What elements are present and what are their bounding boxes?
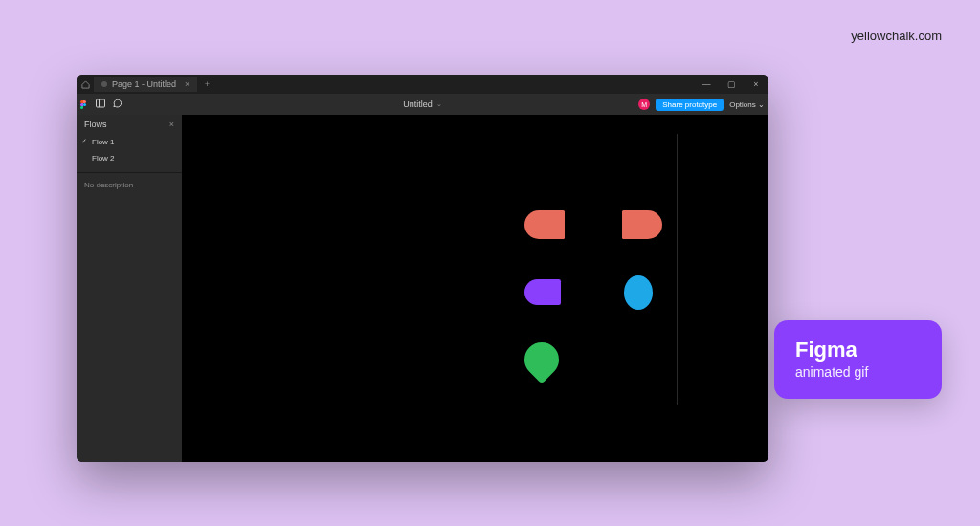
flow-item[interactable]: Flow 2 <box>77 150 182 166</box>
toolbar: Untitled ⌄ M Share prototype Options ⌄ <box>77 94 768 115</box>
figma-logo-icon[interactable] <box>80 100 88 109</box>
panel-title: Flows <box>84 120 107 129</box>
user-avatar[interactable]: M <box>638 99 650 110</box>
comments-icon[interactable] <box>113 99 122 110</box>
caption-card: Figma animated gif <box>774 320 942 399</box>
document-tab[interactable]: Page 1 - Untitled × <box>94 77 197 92</box>
prototype-canvas[interactable] <box>182 115 768 462</box>
caption-subtitle: animated gif <box>795 364 921 380</box>
red-half-pill-right-shape <box>622 210 662 239</box>
caption-title: Figma <box>795 338 921 362</box>
svg-rect-0 <box>97 99 105 107</box>
document-title: Untitled <box>403 99 433 109</box>
document-title-dropdown[interactable]: Untitled ⌄ <box>403 99 442 109</box>
minimize-button[interactable]: — <box>694 79 719 89</box>
window-titlebar: Page 1 - Untitled × + — ▢ × <box>77 75 768 94</box>
tab-dot-icon <box>101 81 107 87</box>
flow-item[interactable]: Flow 1 <box>77 134 182 150</box>
chevron-down-icon: ⌄ <box>758 100 765 109</box>
share-prototype-button[interactable]: Share prototype <box>656 99 724 111</box>
blue-ellipse-shape <box>624 275 653 310</box>
home-icon[interactable] <box>77 80 94 89</box>
chevron-down-icon: ⌄ <box>436 100 442 108</box>
close-tab-icon[interactable]: × <box>185 79 189 89</box>
figma-window: Page 1 - Untitled × + — ▢ × <box>77 75 768 462</box>
green-pin-shape <box>518 336 567 384</box>
new-tab-button[interactable]: + <box>197 79 216 89</box>
flow-description: No description <box>77 172 182 197</box>
red-half-pill-left-shape <box>524 210 565 239</box>
tab-label: Page 1 - Untitled <box>112 79 176 89</box>
close-panel-icon[interactable]: × <box>169 120 174 129</box>
close-window-button[interactable]: × <box>744 79 768 89</box>
sidebar-toggle-icon[interactable] <box>96 99 105 110</box>
purple-half-pill-shape <box>524 279 561 305</box>
flows-sidebar: Flows × Flow 1 Flow 2 No description <box>77 115 182 462</box>
maximize-button[interactable]: ▢ <box>719 79 744 89</box>
frame-divider <box>677 134 678 405</box>
watermark-text: yellowchalk.com <box>851 29 942 43</box>
options-dropdown[interactable]: Options ⌄ <box>729 100 765 109</box>
